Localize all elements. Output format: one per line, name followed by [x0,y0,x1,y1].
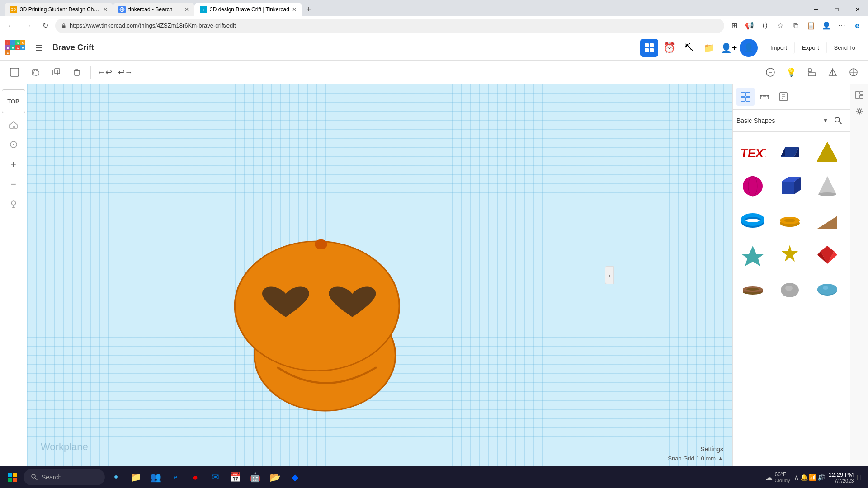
profile-icon[interactable]: 👤 [819,19,834,33]
taskbar-mail-icon[interactable]: ✉ [206,468,224,486]
import-button[interactable]: Import [763,42,795,54]
start-button[interactable] [4,468,22,486]
pyramid-shape-item[interactable] [811,136,844,168]
group-tool[interactable] [844,63,863,81]
volume-icon[interactable]: 🔊 [817,474,825,481]
system-clock[interactable]: 12:29 PM 7/7/2023 [829,471,854,483]
show-desktop-icon[interactable]: | [857,475,861,480]
favorites-icon[interactable]: ☆ [773,19,788,33]
design-canvas[interactable] [27,84,732,466]
hamburger-menu-icon[interactable]: ☰ [31,40,47,56]
taskbar-teams-icon[interactable]: 👥 [146,468,165,486]
immersive-reader-icon[interactable]: ⟨⟩ [758,19,772,33]
network-icon[interactable]: 📶 [809,474,816,481]
tab-1[interactable]: 3D 3D Printing Student Design Chal... ✕ [5,3,113,16]
zoom-out-icon[interactable]: − [5,176,22,192]
taskbar-dropbox-icon[interactable]: ◆ [286,468,304,486]
fit-view-icon[interactable] [5,136,22,153]
tab-2[interactable]: tinkercad - Search ✕ [113,3,194,16]
tab-2-close[interactable]: ✕ [184,6,189,13]
grid-canvas [27,84,732,466]
taskbar-edge-icon[interactable]: e [166,468,184,486]
tab-3[interactable]: T 3D design Brave Crift | Tinkercad ✕ [194,3,302,16]
copy-tool[interactable] [26,63,44,81]
text-shape-item[interactable]: TEXT [736,136,769,168]
sphere-shape-item[interactable] [736,170,769,202]
zoom-in-icon[interactable]: + [5,156,22,173]
back-button[interactable]: ← [4,19,18,33]
drop-to-ground-icon[interactable] [5,196,22,212]
ring-shape-item[interactable] [774,204,806,237]
minimize-button[interactable]: ─ [806,3,826,16]
box-shape-item[interactable] [774,136,806,168]
tools-icon[interactable]: ⛏ [680,39,698,57]
add-person-icon[interactable]: 👤+ [720,39,738,57]
tinkercad-logo[interactable]: T I N K E R C A D [5,40,25,55]
maximize-button[interactable]: □ [826,3,847,16]
redo-tool[interactable]: ↩→ [116,63,134,81]
export-button[interactable]: Export [795,42,827,54]
new-shape-tool[interactable] [5,63,24,81]
shapes-dropdown[interactable]: ▼ [823,117,828,124]
ruler-panel-tab[interactable] [755,88,774,106]
send-to-button[interactable]: Send To [827,42,863,54]
split-screen-icon[interactable]: ⧉ [788,19,803,33]
lens-shape-item[interactable] [811,273,844,305]
weather-widget[interactable]: ☁ 66°F Cloudy [765,471,790,483]
extensions-icon[interactable]: ⊞ [727,19,741,33]
settings-label[interactable]: Settings [700,446,723,453]
clipboard-icon[interactable]: 📁 [700,39,718,57]
edge-icon[interactable]: e [850,19,864,33]
taskbar-files-icon[interactable]: 📂 [266,468,284,486]
gem-shape-item[interactable] [811,239,844,271]
star1-shape-item[interactable] [736,239,769,271]
shapes-search-button[interactable] [830,113,846,129]
duplicate-tool[interactable] [47,63,65,81]
comment-tool[interactable] [761,63,779,81]
collections-icon[interactable]: 📋 [804,19,818,33]
pebble-shape-item[interactable] [774,273,806,305]
tab-1-close[interactable]: ✕ [103,6,108,13]
torus-shape-item[interactable] [736,204,769,237]
taskbar-red-icon[interactable]: ● [186,468,204,486]
panel-collapse-arrow[interactable]: › [605,266,614,284]
reload-button[interactable]: ↻ [38,19,52,33]
chevron-up-icon[interactable]: ∧ [794,473,799,482]
close-button[interactable]: ✕ [847,3,868,16]
view-label[interactable]: TOP [2,89,25,113]
shapes-panel-icon[interactable] [640,39,658,57]
timers-icon[interactable]: ⏰ [660,39,678,57]
band-shape-item[interactable] [736,273,769,305]
svg-point-79 [823,286,828,290]
snap-grid-arrow[interactable]: ▲ [717,455,723,462]
canvas-area[interactable]: Workplane Settings Snap Grid 1.0 mm ▲ › [27,84,732,466]
user-avatar[interactable]: 👤 [740,39,758,57]
home-view-icon[interactable] [5,117,22,133]
address-bar[interactable]: https://www.tinkercad.com/things/4ZSZm18… [55,19,724,33]
taskbar-copilot-icon[interactable]: ✦ [107,468,125,486]
read-aloud-icon[interactable]: 📢 [742,19,757,33]
mirror-tool[interactable] [824,63,842,81]
tab-3-close[interactable]: ✕ [292,6,297,13]
taskbar-file-explorer-icon[interactable]: 📁 [127,468,145,486]
new-tab-button[interactable]: + [302,3,316,16]
align-tool[interactable] [803,63,821,81]
taskbar-ai-icon[interactable]: 🤖 [246,468,264,486]
wedge-shape-item[interactable] [811,204,844,237]
settings-edge-icon[interactable] [852,104,867,118]
undo-tool[interactable]: ←↩ [95,63,113,81]
light-tool[interactable]: 💡 [782,63,800,81]
cube-shape-item[interactable] [774,170,806,202]
notes-panel-tab[interactable] [774,88,793,106]
more-menu-icon[interactable]: ⋯ [835,19,849,33]
taskbar-search-bar[interactable]: Search [24,469,105,485]
cone-shape-item[interactable] [811,170,844,202]
snap-grid-value[interactable]: 1.0 mm [696,455,716,462]
notifications-icon[interactable]: 🔔 [800,474,808,481]
taskbar-calendar-icon[interactable]: 📅 [226,468,244,486]
panel-layout-icon[interactable] [852,88,867,102]
star2-shape-item[interactable] [774,239,806,271]
grid-panel-tab[interactable] [736,88,755,106]
forward-button[interactable]: → [21,19,35,33]
delete-tool[interactable] [68,63,86,81]
